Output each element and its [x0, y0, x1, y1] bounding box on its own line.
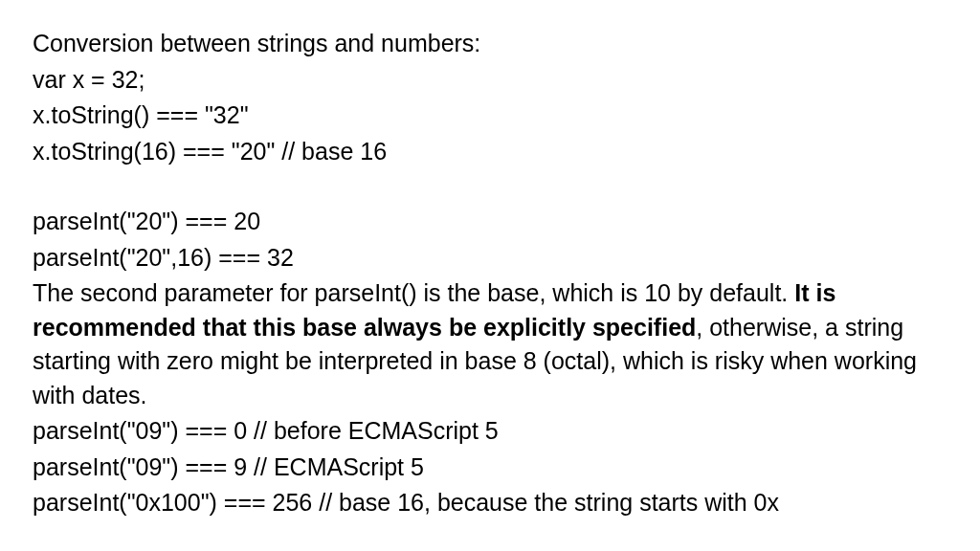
code-line: parseInt("0x100") === 256 // base 16, be…: [33, 486, 947, 520]
code-line: x.toString() === "32": [33, 99, 947, 133]
text-span: The second parameter for parseInt() is t…: [33, 279, 794, 306]
spacer: [33, 170, 947, 205]
text-line: Conversion between strings and numbers:: [33, 27, 947, 61]
code-line: var x = 32;: [33, 63, 947, 98]
code-line: parseInt("09") === 9 // ECMAScript 5: [33, 451, 947, 485]
paragraph: The second parameter for parseInt() is t…: [33, 276, 947, 412]
code-line: parseInt("09") === 0 // before ECMAScrip…: [33, 414, 947, 449]
code-line: parseInt("20") === 20: [33, 205, 947, 239]
code-line: x.toString(16) === "20" // base 16: [33, 135, 947, 169]
code-line: parseInt("20",16) === 32: [33, 241, 947, 276]
